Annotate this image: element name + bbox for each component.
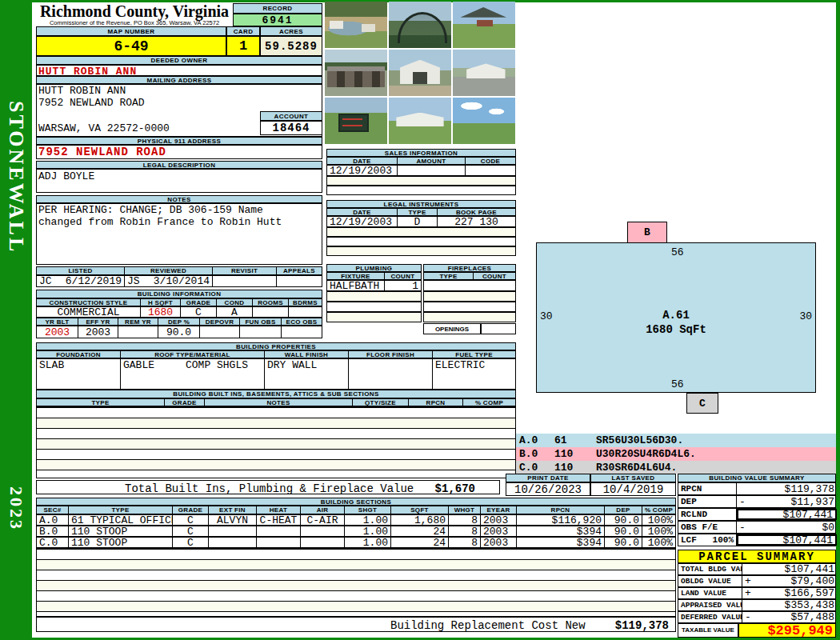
- built-ins-total-value: $1,670: [435, 482, 475, 495]
- bs-grade-label: GRADE: [173, 506, 209, 514]
- builtins-rpcn-label: RPCN: [409, 399, 463, 406]
- property-photo-office-building: [453, 50, 515, 96]
- card-value: 1: [226, 36, 260, 56]
- plumbing-row-1: HALFBATH 1: [326, 280, 422, 291]
- taxable-value-label: TAXABLE VALUE: [678, 623, 738, 638]
- sales-row-3: [326, 186, 516, 195]
- ecoobs-value: [282, 326, 322, 338]
- review-header-row: LISTED REVIEWED REVISIT APPEALS: [36, 266, 322, 275]
- replacement-cost-value: $119,378: [615, 619, 669, 632]
- sales-information-title: SALES INFORMATION: [326, 149, 516, 157]
- print-date-value: 10/26/2023: [506, 482, 590, 496]
- fireplaces-row-2: [423, 291, 516, 302]
- legal-type-label: TYPE: [398, 209, 438, 215]
- parcel-row-deferred: DEFERRED VALUE -$57,488: [678, 611, 836, 623]
- sketch-dim-bottom: 56: [671, 378, 684, 390]
- building-section-row-b: B.0 110 STOOP C 1.00 24 8 2003 $394 90.0…: [36, 526, 676, 537]
- map-number-label: MAP NUMBER: [36, 26, 226, 36]
- property-record-card: STONEWALL 2023 Richmond County, Virginia…: [0, 0, 840, 640]
- effyr-label: EFF YR: [78, 318, 118, 325]
- bs-whgt-label: WHGT: [449, 506, 481, 514]
- revisit-label: REVISIT: [213, 267, 277, 274]
- property-photo-pond: [325, 2, 387, 48]
- sketch-area-sqft: 1680 SqFt: [537, 323, 815, 336]
- card-label: CARD: [226, 26, 260, 36]
- parcel-row-obldg: OBLDG VALUE +$79,400: [678, 575, 836, 587]
- sketch-area-label: A.61: [537, 309, 815, 322]
- listed-label: LISTED: [37, 267, 125, 274]
- replacement-cost-label: Building Replacement Cost New: [390, 619, 586, 632]
- review-value-row: JC6/12/2019 JS3/10/2014: [36, 275, 322, 287]
- property-photo-long-shed: [325, 50, 387, 96]
- built-ins-title: BUILDING BUILT INS, BASEMENTS, ATTICS & …: [36, 390, 516, 398]
- bs-dep-label: DEP: [605, 506, 642, 514]
- legal-bookpage-label: BOOK PAGE: [438, 209, 515, 215]
- legal-header-row: DATE TYPE BOOK PAGE: [326, 208, 516, 216]
- sales-amount-value: [398, 166, 466, 175]
- legal-date-label: DATE: [327, 209, 398, 215]
- foundation-label: FOUNDATION: [37, 351, 121, 358]
- account-label: ACCOUNT: [260, 111, 322, 121]
- built-ins-total-row: Total Built Ins, Plumbing & Fireplace Va…: [36, 480, 500, 494]
- bs-shgt-label: SHGT: [345, 506, 391, 514]
- plumbing-row-4: [326, 312, 422, 322]
- builtins-comp-label: % COMP: [463, 399, 515, 406]
- fireplace-count-label: COUNT: [474, 273, 515, 279]
- notes-label: NOTES: [36, 195, 322, 203]
- fireplaces-header-row: TYPE COUNT: [423, 272, 516, 280]
- floor-finish-value: [349, 359, 433, 389]
- sketch-section-b: B: [627, 222, 667, 243]
- effyr-value: 2003: [78, 326, 118, 338]
- building-information-title: BUILDING INFORMATION: [36, 290, 322, 298]
- building-info-values-2: 2003 2003 90.0: [36, 326, 322, 338]
- parcel-summary-title: PARCEL SUMMARY: [678, 550, 836, 563]
- builtins-grade-label: GRADE: [165, 399, 205, 406]
- bs-air-label: AIR: [301, 506, 345, 514]
- parcel-row-total-bldg: TOTAL BLDG VALUE $107,441: [678, 563, 836, 575]
- bs-comp-label: % COMP: [642, 506, 675, 514]
- building-section-row-a: A.0 61 TYPICAL OFFICE C ALVYN C-HEAT C-A…: [36, 514, 676, 526]
- properties-value-row: SLAB GABLECOMP SHGLS DRY WALL ELECTRIC: [36, 358, 516, 390]
- remyr-value: [118, 326, 158, 338]
- sales-amount-label: AMOUNT: [398, 158, 466, 164]
- sidebar-year-label: 2023: [6, 486, 26, 531]
- notes-box: PER HEARING: CHANGE; DB 306-159 Name cha…: [36, 203, 322, 265]
- openings-value: [481, 323, 516, 334]
- legal-row-2: [326, 227, 516, 237]
- sales-date-value: 12/19/2003: [327, 166, 398, 175]
- wall-finish-value: DRY WALL: [265, 359, 349, 389]
- fireplaces-row-3: [423, 302, 516, 312]
- remyr-label: REM YR: [118, 318, 158, 325]
- hsqft-value: 1680: [141, 307, 181, 317]
- funobs-label: FUN OBS: [240, 318, 282, 325]
- built-ins-header-row: TYPE GRADE NOTES QTY/SIZE RPCN % COMP: [36, 398, 516, 406]
- record-label: RECORD: [233, 3, 322, 14]
- roof-label: ROOF TYPE/MATERIAL: [121, 351, 265, 358]
- dep-pct-label: DEP %: [158, 318, 200, 325]
- revisit-value: [213, 276, 277, 286]
- sketch-section-c: C: [686, 393, 718, 414]
- plumbing-row-3: [326, 302, 422, 312]
- mailing-line-1: HUTT ROBIN ANN: [37, 85, 322, 97]
- grade-value: C: [181, 307, 217, 317]
- last-saved-label: LAST SAVED: [590, 474, 676, 482]
- legal-row-3: [326, 237, 516, 246]
- depovr-label: DEPOVR: [200, 318, 240, 325]
- fixture-value: HALFBATH: [327, 281, 385, 290]
- county-title-block: Richmond County, Virginia Commissioner o…: [36, 3, 233, 26]
- reviewed-label: REVIEWED: [125, 267, 213, 274]
- building-sections-empty-rows: [36, 548, 676, 617]
- grade-label: GRADE: [181, 299, 217, 306]
- sales-header-row: DATE AMOUNT CODE: [326, 157, 516, 165]
- plumbing-count-label: COUNT: [385, 273, 421, 279]
- property-photo-pavilion: [453, 2, 515, 48]
- sales-code-label: CODE: [466, 158, 515, 164]
- mailing-line-2: 7952 NEWLAND ROAD: [37, 97, 322, 109]
- cond-value: A: [217, 307, 253, 317]
- physical-address-label: PHYSICAL 911 ADDRESS: [36, 137, 322, 145]
- bvs-row-lcf: LCF100% $107,441: [678, 534, 836, 546]
- bs-rpcn-label: RPCN: [517, 506, 605, 514]
- replacement-cost-row: Building Replacement Cost New $119,378: [36, 617, 676, 632]
- bvs-row-obs: OBS F/E -$0: [678, 521, 836, 534]
- property-photo-field: [453, 98, 515, 144]
